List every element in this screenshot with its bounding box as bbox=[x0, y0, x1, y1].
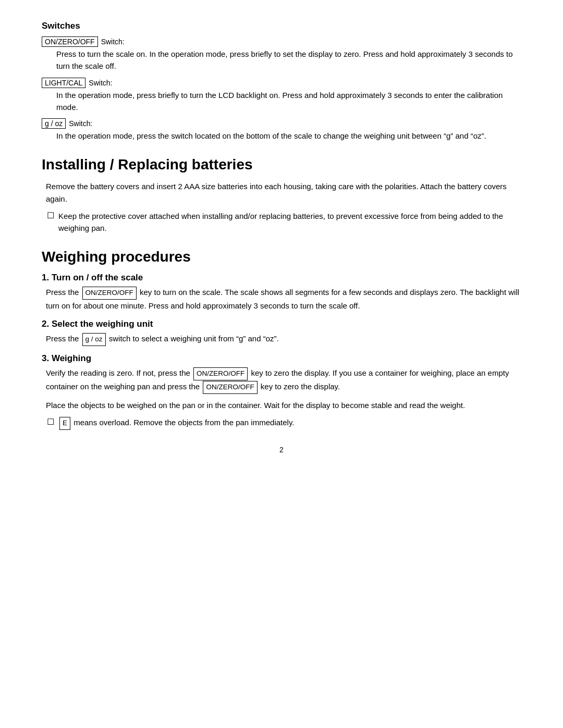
installing-body: Remove the battery covers and insert 2 A… bbox=[46, 180, 521, 205]
step-3-desc1-before: Verify the reading is zero. If not, pres… bbox=[46, 368, 190, 377]
step-1-title-text: Turn on / off the scale bbox=[52, 273, 143, 282]
step-3-checkbox-item: ☐ E means overload. Remove the objects f… bbox=[47, 416, 521, 430]
checkbox-icon: ☐ bbox=[47, 211, 54, 220]
step-3-title-text: Weighing bbox=[52, 353, 91, 363]
step-2-title: 2. Select the weighing unit bbox=[42, 319, 521, 329]
step-3-checkbox-label: means overload. Remove the objects from … bbox=[74, 418, 294, 427]
installing-heading: Installing / Replacing batteries bbox=[42, 156, 521, 173]
onzerooff-key-label: ON/ZERO/OFF bbox=[42, 36, 98, 47]
switches-section: Switches ON/ZERO/OFF Switch: Press to tu… bbox=[42, 21, 521, 142]
step-2: 2. Select the weighing unit Press the g … bbox=[42, 319, 521, 346]
step-2-desc-after: switch to select a weighing unit from “g… bbox=[109, 334, 279, 343]
step-1-title: 1. Turn on / off the scale bbox=[42, 273, 521, 283]
step-3-desc2: Place the objects to be weighed on the p… bbox=[46, 399, 521, 411]
step-1-desc: Press the ON/ZERO/OFF key to turn on the… bbox=[46, 286, 521, 312]
lightcal-key-label: LIGHT/CAL bbox=[42, 78, 85, 88]
step-2-desc-before: Press the bbox=[46, 334, 79, 343]
lightcal-switch-row: LIGHT/CAL Switch: bbox=[42, 78, 521, 88]
step-3-key2: ON/ZERO/OFF bbox=[203, 381, 257, 394]
goz-desc: In the operation mode, press the switch … bbox=[56, 130, 521, 142]
checkbox-icon-2: ☐ bbox=[47, 417, 54, 427]
step-3-checkbox-text: E means overload. Remove the objects fro… bbox=[58, 416, 294, 430]
weighing-procedures-heading: Weighing procedures bbox=[42, 249, 521, 265]
step-2-number: 2. bbox=[42, 319, 49, 329]
step-3-desc1-after: key to zero the display. bbox=[261, 382, 340, 391]
step-3-title: 3. Weighing bbox=[42, 353, 521, 364]
step-3-number: 3. bbox=[42, 353, 49, 363]
goz-switch-row: g / oz Switch: bbox=[42, 118, 521, 129]
step-3-desc1: Verify the reading is zero. If not, pres… bbox=[46, 367, 521, 394]
step-2-desc: Press the g / oz switch to select a weig… bbox=[46, 332, 521, 346]
step-1-desc-before: Press the bbox=[46, 288, 79, 297]
step-1: 1. Turn on / off the scale Press the ON/… bbox=[42, 273, 521, 312]
switches-heading: Switches bbox=[42, 21, 521, 31]
step-3-checkbox-key: E bbox=[59, 417, 70, 430]
onzerooff-switch-word: Switch: bbox=[101, 38, 125, 46]
installing-section: Installing / Replacing batteries Remove … bbox=[42, 156, 521, 234]
lightcal-desc: In the operation mode, press briefly to … bbox=[56, 89, 521, 114]
installing-checkbox-item: ☐ Keep the protective cover attached whe… bbox=[47, 210, 521, 235]
step-3: 3. Weighing Verify the reading is zero. … bbox=[42, 353, 521, 430]
onzerooff-desc: Press to turn the scale on. In the opera… bbox=[56, 48, 521, 72]
onzeroff-switch-row: ON/ZERO/OFF Switch: bbox=[42, 36, 521, 47]
step-2-key: g / oz bbox=[82, 333, 106, 346]
installing-checkbox-text: Keep the protective cover attached when … bbox=[58, 210, 521, 235]
goz-switch-word: Switch: bbox=[69, 119, 92, 128]
step-1-number: 1. bbox=[42, 273, 49, 282]
page-number: 2 bbox=[42, 446, 521, 454]
goz-key-label: g / oz bbox=[42, 118, 66, 129]
step-1-key: ON/ZERO/OFF bbox=[82, 287, 137, 300]
step-2-title-text: Select the weighing unit bbox=[52, 319, 153, 329]
step-3-key1: ON/ZERO/OFF bbox=[193, 367, 248, 380]
lightcal-switch-word: Switch: bbox=[89, 79, 112, 87]
weighing-procedures-section: Weighing procedures 1. Turn on / off the… bbox=[42, 249, 521, 430]
